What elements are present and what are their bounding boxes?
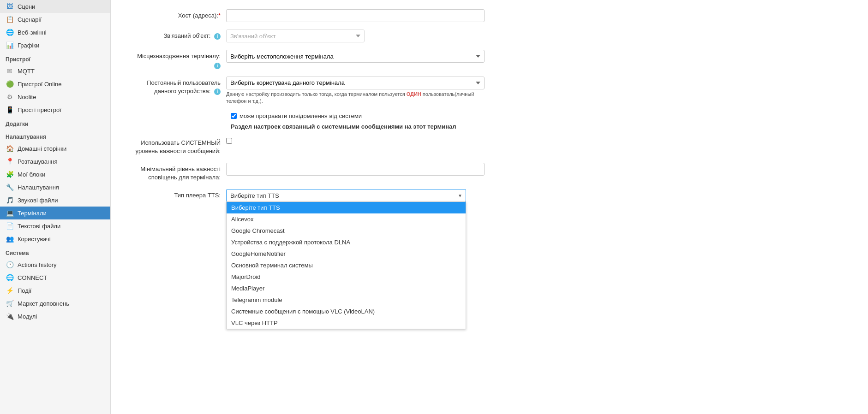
tts-option-main-terminal[interactable]: Основной терминал системы <box>227 260 466 271</box>
settings-icon: 🔧 <box>6 183 14 191</box>
sidebar-section-devices: Пристрої ✉ MQTT 🟢 Пристрої Online ⚙ Nool… <box>0 52 110 116</box>
sidebar-item-simple-devices[interactable]: 📱 Прості пристрої <box>0 103 110 116</box>
scenarios-icon: 📋 <box>6 15 14 24</box>
sidebar-item-scenes[interactable]: 🖼 Сцени <box>0 0 110 13</box>
sidebar-header-settings: Налаштування <box>0 129 110 142</box>
tts-option-vlc-system[interactable]: Системные сообщения с помощью VLC (Video… <box>227 306 466 317</box>
sidebar-item-actions-history[interactable]: 🕐 Actions history <box>0 258 110 271</box>
terminal-location-info-icon[interactable]: i <box>214 63 221 69</box>
sidebar-label-simple-devices: Прості пристрої <box>18 106 61 113</box>
linked-object-info-icon[interactable]: i <box>214 33 221 40</box>
tts-type-control: Виберіте тип TTS ▼ Виберіте тип TTS Alic… <box>226 189 485 202</box>
can-play-label: може програвати повідомлення від системи <box>239 112 362 119</box>
can-play-checkbox[interactable] <box>231 113 237 119</box>
locations-icon: 📍 <box>6 157 14 166</box>
tts-option-select[interactable]: Виберіте тип TTS <box>227 202 466 213</box>
sidebar-item-noolite[interactable]: ⚙ Noolite <box>0 90 110 103</box>
tts-option-chromecast[interactable]: Google Chromecast <box>227 225 466 237</box>
sidebar-label-home-pages: Домашні сторінки <box>18 145 66 152</box>
sidebar-label-terminals: Термінали <box>18 210 47 217</box>
linked-object-select[interactable]: Зв'язаний об'єкт <box>226 30 365 42</box>
sidebar-item-home-pages[interactable]: 🏠 Домашні сторінки <box>0 142 110 155</box>
min-level-row: Мінімальний рівень важності сповіщень дл… <box>125 163 854 182</box>
sidebar-label-my-blocks: Мої блоки <box>18 171 45 178</box>
sidebar-label-mqtt: MQTT <box>18 68 35 75</box>
sidebar-label-settings: Налаштування <box>18 184 59 191</box>
sidebar-item-users[interactable]: 👥 Користувачі <box>0 232 110 245</box>
users-icon: 👥 <box>6 235 14 243</box>
tts-option-majordroid[interactable]: MajorDroid <box>227 271 466 283</box>
online-devices-icon: 🟢 <box>6 80 14 88</box>
linked-object-label: Зв'язаний об'єкт: i <box>125 30 226 40</box>
terminal-location-row: Місцезнаходження терміналу: i Виберіть м… <box>125 50 854 69</box>
events-icon: ⚡ <box>6 286 14 295</box>
sidebar-item-scenarios[interactable]: 📋 Сценарії <box>0 13 110 26</box>
market-icon: 🛒 <box>6 299 14 308</box>
terminal-location-select[interactable]: Виберіть местоположення термінала <box>226 50 485 63</box>
sidebar-header-addons: Додатки <box>0 116 110 129</box>
min-level-input[interactable] <box>226 163 485 176</box>
terminals-icon: 💻 <box>6 209 14 217</box>
min-level-label: Мінімальний рівень важності сповіщень дл… <box>125 163 226 182</box>
tts-option-vlc-http[interactable]: VLC через HTTP <box>227 317 466 329</box>
sidebar-item-locations[interactable]: 📍 Розташування <box>0 155 110 168</box>
sidebar-item-settings[interactable]: 🔧 Налаштування <box>0 181 110 194</box>
permanent-user-row: Постоянный пользователь данного устройст… <box>125 77 854 105</box>
use-system-level-row: Использовать СИСТЕМНЫЙ уровень важности … <box>125 136 854 155</box>
sidebar-item-sound-files[interactable]: 🎵 Звукові файли <box>0 194 110 207</box>
tts-option-dlna[interactable]: Устройства с поддержкой протокола DLNA <box>227 237 466 248</box>
tts-option-telegram[interactable]: Telegramm module <box>227 294 466 306</box>
sidebar-item-online-devices[interactable]: 🟢 Пристрої Online <box>0 77 110 90</box>
hint-highlight: ОДИН <box>407 91 421 97</box>
tts-dropdown-trigger[interactable]: Виберіте тип TTS <box>226 189 466 202</box>
tts-dropdown-wrapper: Виберіте тип TTS ▼ Виберіте тип TTS Alic… <box>226 189 466 202</box>
noolite-icon: ⚙ <box>6 93 14 101</box>
sidebar-label-events: Події <box>18 287 31 294</box>
sidebar-item-terminals[interactable]: 💻 Термінали <box>0 207 110 219</box>
sidebar-item-events[interactable]: ⚡ Події <box>0 284 110 297</box>
graphs-icon: 📊 <box>6 41 14 49</box>
sidebar-item-webvars[interactable]: 🌐 Веб-змінні <box>0 26 110 39</box>
tts-dropdown-list: Виберіте тип TTS Alicevox Google Chromec… <box>226 201 466 329</box>
sidebar-label-webvars: Веб-змінні <box>18 29 47 36</box>
sidebar-item-my-blocks[interactable]: 🧩 Мої блоки <box>0 168 110 181</box>
sidebar-item-market[interactable]: 🛒 Маркет доповнень <box>0 297 110 310</box>
terminal-location-label: Місцезнаходження терміналу: i <box>125 50 226 69</box>
permanent-user-hint: Данную настройку производить только тогд… <box>226 91 485 105</box>
sidebar-header-system: Система <box>0 245 110 258</box>
sidebar-item-modules[interactable]: 🔌 Модулі <box>0 310 110 323</box>
tts-selected-label: Виберіте тип TTS <box>230 192 279 199</box>
sound-files-icon: 🎵 <box>6 196 14 204</box>
sidebar: 🖼 Сцени 📋 Сценарії 🌐 Веб-змінні 📊 Графік… <box>0 0 111 414</box>
tts-option-mediaplayer[interactable]: MediaPlayer <box>227 283 466 294</box>
sidebar-label-market: Маркет доповнень <box>18 300 69 307</box>
sidebar-label-sound-files: Звукові файли <box>18 197 58 204</box>
host-label: Хост (адреса):* <box>125 9 226 20</box>
min-level-control <box>226 163 485 176</box>
my-blocks-icon: 🧩 <box>6 170 14 178</box>
terminal-location-control: Виберіть местоположення термінала <box>226 50 485 63</box>
sidebar-label-actions-history: Actions history <box>18 261 57 268</box>
use-system-level-checkbox[interactable] <box>226 138 232 144</box>
host-input[interactable] <box>226 9 485 22</box>
sidebar-label-connect: CONNECT <box>18 274 47 281</box>
sidebar-section-addons: Додатки <box>0 116 110 129</box>
home-pages-icon: 🏠 <box>6 144 14 153</box>
permanent-user-control: Виберіть користувача данного термінала Д… <box>226 77 485 105</box>
permanent-user-info-icon[interactable]: i <box>214 89 221 95</box>
sidebar-label-modules: Модулі <box>18 313 37 320</box>
linked-object-row: Зв'язаний об'єкт: i Зв'язаний об'єкт <box>125 30 854 42</box>
tts-option-googlehome[interactable]: GoogleHomeNotifier <box>227 248 466 260</box>
can-play-row: може програвати повідомлення від системи <box>231 112 854 119</box>
sidebar-item-mqtt[interactable]: ✉ MQTT <box>0 65 110 77</box>
simple-devices-icon: 📱 <box>6 106 14 114</box>
host-row: Хост (адреса):* <box>125 9 854 22</box>
sidebar-item-text-files[interactable]: 📄 Текстові файли <box>0 219 110 232</box>
sidebar-section-top: 🖼 Сцени 📋 Сценарії 🌐 Веб-змінні 📊 Графік… <box>0 0 110 52</box>
permanent-user-select[interactable]: Виберіть користувача данного термінала <box>226 77 485 89</box>
tts-option-alicevox[interactable]: Alicevox <box>227 213 466 225</box>
sidebar-item-graphs[interactable]: 📊 Графіки <box>0 39 110 52</box>
mqtt-icon: ✉ <box>6 67 14 75</box>
sidebar-item-connect[interactable]: 🌐 CONNECT <box>0 271 110 284</box>
sidebar-label-scenes: Сцени <box>18 3 35 10</box>
